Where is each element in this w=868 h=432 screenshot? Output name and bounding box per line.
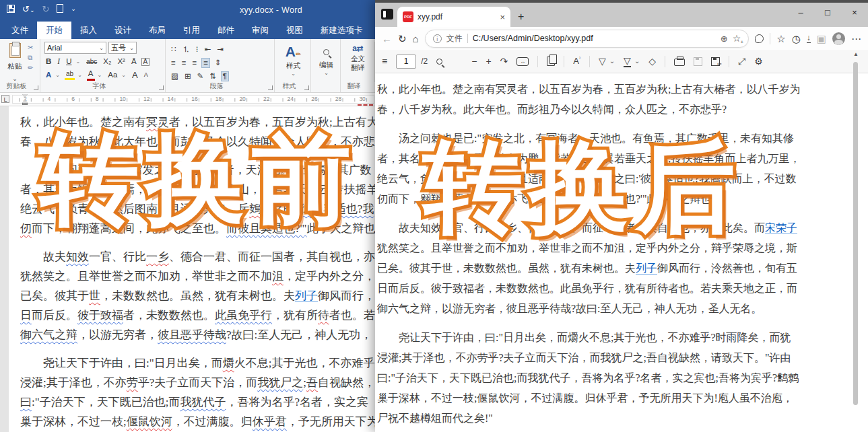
ribbon-button[interactable]: ⌄ <box>96 72 104 79</box>
ribbon-tab-新建选项卡[interactable]: 新建选项卡 <box>312 22 372 39</box>
ribbon-button[interactable]: U <box>65 57 73 67</box>
home-icon[interactable]: ⌂ <box>413 34 419 44</box>
scrollbar-thumb[interactable] <box>853 62 858 405</box>
history-icon[interactable]: ◷ <box>792 34 801 44</box>
ribbon-button[interactable]: ∷ <box>170 45 177 55</box>
ribbon-tab-文件[interactable]: 文件 <box>3 22 37 39</box>
address-bar[interactable]: i 文件 C:/Users/Admin/Desktop/xyy.pdf ⊕ ☆+ <box>425 30 749 48</box>
ribbon-button[interactable]: ⒈ <box>180 45 191 55</box>
font-dialog-launcher-icon[interactable] <box>159 85 164 90</box>
ribbon-button[interactable]: Ä <box>130 57 138 67</box>
ribbon-button[interactable]: ⌄ <box>74 59 81 65</box>
minimize-button[interactable]: – <box>787 3 814 24</box>
maximize-button[interactable]: □ <box>814 3 841 24</box>
draw-caret-icon[interactable]: ⌄ <box>609 58 615 65</box>
fit-to-width-icon[interactable]: ↔ <box>516 57 529 66</box>
tab-selector[interactable]: L <box>1 95 9 103</box>
highlighter-icon[interactable]: ▽ <box>624 56 631 67</box>
pdf-scrollbar[interactable]: ▲ <box>853 51 859 432</box>
first-line-indent-marker[interactable] <box>22 94 28 98</box>
ribbon-button[interactable]: ⌄ <box>120 72 127 79</box>
ribbon-button[interactable]: ab <box>65 70 75 80</box>
zoom-out-icon[interactable]: − <box>471 57 477 66</box>
customize-qat-icon[interactable]: ⌄ <box>71 6 76 12</box>
ribbon-button[interactable]: ⇤ <box>203 45 212 55</box>
ribbon-button[interactable]: I <box>56 57 61 67</box>
tab-actions-icon[interactable] <box>381 9 393 20</box>
ribbon-button[interactable]: ⇥ <box>215 45 225 55</box>
save-icon[interactable] <box>7 5 15 14</box>
add-favorite-icon[interactable]: ☆+ <box>733 33 741 44</box>
ribbon-tab-布局[interactable]: 布局 <box>140 22 174 39</box>
tab-close-icon[interactable]: × <box>500 12 505 22</box>
ribbon-tab-审阅[interactable]: 审阅 <box>243 22 277 39</box>
print-icon[interactable] <box>674 59 685 66</box>
pdf-page[interactable]: 秋，此小年也。楚之南有冥灵者，以五百岁为春，五百岁为秋;上古有大椿者，以八千岁为… <box>375 76 868 432</box>
cut-icon[interactable]: ✂ <box>28 44 33 52</box>
ribbon-button[interactable]: ▨ <box>170 72 180 81</box>
ribbon-button[interactable]: X² <box>116 57 127 67</box>
ribbon-tab-设计[interactable]: 设计 <box>106 22 140 39</box>
ribbon-button[interactable]: abc <box>85 58 98 66</box>
browser-tab[interactable]: PDF xyy.pdf × <box>397 7 510 27</box>
font-name-select[interactable]: Arial ⌄ <box>44 42 106 54</box>
profile-avatar[interactable] <box>832 32 845 45</box>
settings-gear-icon[interactable]: ⚙ <box>754 57 763 66</box>
collections-icon[interactable]: ▣ <box>817 34 826 44</box>
left-indent-marker[interactable] <box>22 103 28 105</box>
ribbon-button[interactable]: Aa <box>106 71 119 80</box>
ribbon-button[interactable]: ⁝ <box>195 45 200 55</box>
page-info-icon[interactable]: i <box>433 34 442 43</box>
draw-icon[interactable]: ▽ <box>599 57 606 66</box>
ribbon-button[interactable]: ≡ <box>191 59 198 68</box>
new-document-icon[interactable] <box>57 4 63 14</box>
zoom-in-icon[interactable]: + <box>486 57 491 66</box>
eraser-icon[interactable]: ◇ <box>648 57 656 66</box>
ribbon-button[interactable]: X₂ <box>102 57 112 67</box>
clipboard-dialog-launcher-icon[interactable] <box>34 85 38 90</box>
address-url[interactable]: C:/Users/Admin/Desktop/xyy.pdf <box>473 34 716 43</box>
copy-icon[interactable]: ⧉ <box>28 54 33 62</box>
more-menu-icon[interactable]: ⋯ <box>851 34 861 44</box>
ribbon-button[interactable]: ⌄ <box>76 72 84 79</box>
ribbon-button[interactable]: ≡ <box>170 59 177 68</box>
read-aloud-icon[interactable]: A⁾ <box>573 56 580 66</box>
ribbon-button[interactable]: ¶ <box>221 71 229 82</box>
favorites-icon[interactable]: ☆ <box>776 34 785 44</box>
ribbon-button[interactable]: A <box>87 69 95 81</box>
rotate-icon[interactable]: ↷ <box>500 57 508 66</box>
ribbon-button[interactable]: ≡ <box>180 59 188 68</box>
zoom-level-icon[interactable]: ⊕ <box>721 34 728 44</box>
highlighter-caret-icon[interactable]: ⌄ <box>634 58 640 65</box>
edit-label[interactable]: 编辑 <box>319 61 333 69</box>
ribbon-button[interactable]: B <box>44 57 53 67</box>
format-painter-icon[interactable]: ✏ <box>28 64 33 72</box>
ribbon-button[interactable]: ✎ <box>196 72 205 81</box>
ribbon-button[interactable]: A <box>141 58 150 66</box>
page-number-input[interactable]: 1 <box>396 55 416 69</box>
ribbon-button[interactable]: ⇕ <box>213 59 223 68</box>
translate-button[interactable]: 全文 翻译 <box>345 55 371 72</box>
page-view-icon[interactable] <box>547 57 555 66</box>
ribbon-button[interactable]: ⊞ <box>183 72 193 81</box>
refresh-icon[interactable]: ↻ <box>398 34 407 44</box>
styles-dialog-launcher-icon[interactable] <box>304 85 309 90</box>
scroll-up-icon[interactable]: ▲ <box>853 51 859 57</box>
font-size-select[interactable]: 五号 ⌄ <box>108 42 137 54</box>
ribbon-tab-引用[interactable]: 引用 <box>174 22 209 39</box>
table-of-contents-icon[interactable]: ≡ <box>382 57 387 66</box>
ribbon-button[interactable]: A <box>131 70 139 80</box>
ribbon-tab-邮件[interactable]: 邮件 <box>209 22 243 39</box>
fullscreen-icon[interactable]: ⤢ <box>738 57 745 66</box>
new-tab-icon[interactable]: + <box>518 11 524 22</box>
close-button[interactable]: × <box>841 3 868 24</box>
undo-icon[interactable]: ↺⌄ <box>22 5 34 13</box>
ribbon-tab-视图[interactable]: 视图 <box>277 22 312 39</box>
ribbon-button[interactable]: ≡ <box>201 58 210 69</box>
ribbon-button[interactable]: A <box>44 71 53 80</box>
back-icon[interactable]: ← <box>382 34 392 44</box>
pdf-search-icon[interactable] <box>436 59 442 65</box>
styles-button[interactable]: A✏ <box>279 44 308 59</box>
copilot-icon[interactable] <box>755 34 764 43</box>
paragraph-dialog-launcher-icon[interactable] <box>268 85 273 90</box>
